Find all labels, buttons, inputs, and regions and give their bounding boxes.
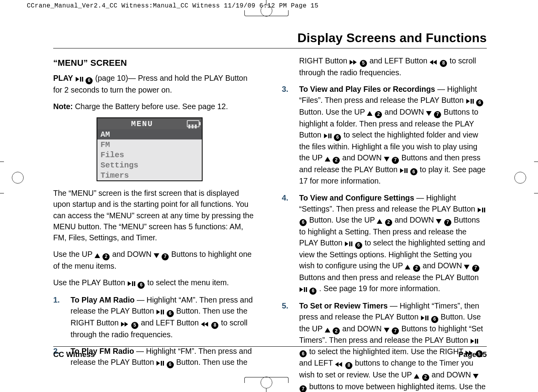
- callout-2-icon: 2: [333, 327, 340, 334]
- fast-forward-icon: [350, 60, 357, 65]
- rewind-icon: [430, 60, 437, 65]
- callout-7-icon: 7: [434, 111, 441, 118]
- svg-marker-38: [377, 219, 382, 224]
- svg-marker-45: [300, 287, 303, 292]
- up-arrow-icon: [377, 219, 382, 224]
- list-number: 5.: [282, 300, 289, 312]
- text: and LEFT Button: [141, 318, 201, 327]
- crop-mark: [534, 162, 538, 162]
- list-lead: To View and Play Files or Recordings: [299, 85, 435, 93]
- text: Button. Use the UP: [299, 108, 367, 116]
- svg-rect-49: [425, 316, 426, 320]
- callout-6-icon: 6: [167, 361, 174, 368]
- text: Button. Then use the: [176, 358, 248, 366]
- svg-marker-53: [471, 339, 474, 344]
- svg-rect-1: [80, 77, 81, 82]
- crop-mark: [534, 193, 538, 193]
- svg-rect-46: [304, 287, 305, 292]
- callout-7-icon: 7: [300, 385, 307, 392]
- svg-marker-25: [367, 111, 372, 116]
- registration-mark-bottom: [244, 377, 288, 391]
- callout-5-icon: 5: [360, 60, 367, 67]
- callout-6-icon: 6: [355, 242, 362, 249]
- callout-7-icon: 7: [392, 327, 399, 334]
- text: and LEFT Button: [369, 56, 430, 65]
- lcd-row: Files: [97, 150, 202, 160]
- list-lead: To View and Configure Settings: [299, 193, 414, 202]
- play-pause-icon: [400, 168, 408, 173]
- lcd-row: Settings: [97, 160, 202, 170]
- svg-marker-52: [384, 328, 389, 333]
- svg-marker-20: [433, 60, 437, 65]
- callout-6-icon: 6: [300, 219, 307, 226]
- svg-marker-22: [466, 99, 470, 104]
- lcd-row: Timers: [97, 170, 202, 180]
- callout-8-icon: 8: [345, 362, 352, 369]
- callout-6-icon: 6: [167, 310, 174, 317]
- text: to select the menu item.: [147, 278, 229, 287]
- svg-marker-35: [478, 208, 481, 212]
- play-pause-icon: [470, 338, 478, 344]
- callout-5-icon: 5: [131, 322, 138, 329]
- fast-forward-icon: [121, 322, 129, 327]
- svg-rect-54: [475, 339, 476, 344]
- text: and LEFT: [299, 359, 335, 367]
- battery-icon: [187, 120, 199, 127]
- callout-7-icon: 7: [162, 253, 169, 260]
- page-title: Display Screens and Functions: [53, 31, 487, 45]
- callout-6-icon: 6: [138, 282, 145, 289]
- text: Buttons and then press and release the P…: [299, 273, 479, 282]
- callout-6-icon: 6: [476, 99, 483, 106]
- svg-marker-31: [384, 157, 389, 162]
- callout-6-icon: 6: [334, 134, 341, 141]
- svg-rect-10: [163, 310, 164, 314]
- svg-rect-16: [161, 361, 162, 366]
- registration-mark-left: [12, 172, 24, 184]
- text: and DOWN: [432, 370, 473, 379]
- paragraph: Use the UP 2 and DOWN 7 Buttons to highl…: [53, 249, 258, 271]
- text: and DOWN: [395, 216, 436, 224]
- svg-marker-30: [325, 157, 330, 162]
- play-pause-icon: [466, 98, 474, 104]
- text: Button. Use the UP: [309, 216, 377, 224]
- callout-6-icon: 6: [309, 288, 316, 295]
- text: and DOWN: [112, 250, 154, 258]
- svg-marker-18: [350, 60, 353, 65]
- svg-marker-0: [76, 77, 79, 82]
- list-number: 1.: [53, 294, 60, 306]
- list-item: 4. To View and Configure Settings — High…: [282, 192, 487, 295]
- callout-6-icon: 6: [431, 316, 438, 323]
- footer-right: Page 15: [458, 350, 487, 359]
- svg-marker-19: [353, 60, 357, 65]
- list-number: 4.: [282, 192, 289, 204]
- lcd-row: AM: [97, 129, 202, 139]
- up-arrow-icon: [325, 328, 330, 333]
- callout-8-icon: 8: [440, 60, 447, 67]
- svg-rect-33: [404, 168, 406, 173]
- text: . See page 19 for more information.: [319, 284, 440, 293]
- callout-2-icon: 2: [422, 374, 429, 381]
- registration-mark-top: [244, 2, 288, 15]
- lcd-menu-screenshot: MENU AM FM Files Settings Timers: [97, 117, 203, 181]
- play-line: PLAY 6 (page 10)— Press and hold the PLA…: [53, 72, 258, 95]
- svg-marker-13: [205, 322, 208, 327]
- list-number: 3.: [282, 84, 289, 95]
- play-pause-icon: [127, 281, 135, 286]
- down-arrow-icon: [426, 111, 432, 116]
- svg-marker-21: [430, 60, 433, 65]
- svg-rect-42: [351, 242, 352, 246]
- lcd-title: MENU: [97, 118, 187, 130]
- svg-rect-24: [473, 99, 474, 104]
- page-footer: CC Witness Page 15: [53, 350, 487, 359]
- rewind-icon: [201, 322, 209, 327]
- svg-marker-12: [125, 322, 128, 327]
- svg-marker-3: [95, 253, 100, 258]
- svg-rect-6: [132, 281, 133, 286]
- play-pause-icon: [324, 133, 331, 139]
- note-text: Charge the Battery before use. See page …: [75, 102, 228, 111]
- text: and DOWN: [343, 153, 384, 162]
- down-arrow-icon: [154, 253, 159, 258]
- svg-marker-44: [464, 265, 469, 269]
- text: and DOWN: [343, 324, 384, 333]
- svg-marker-39: [436, 219, 441, 224]
